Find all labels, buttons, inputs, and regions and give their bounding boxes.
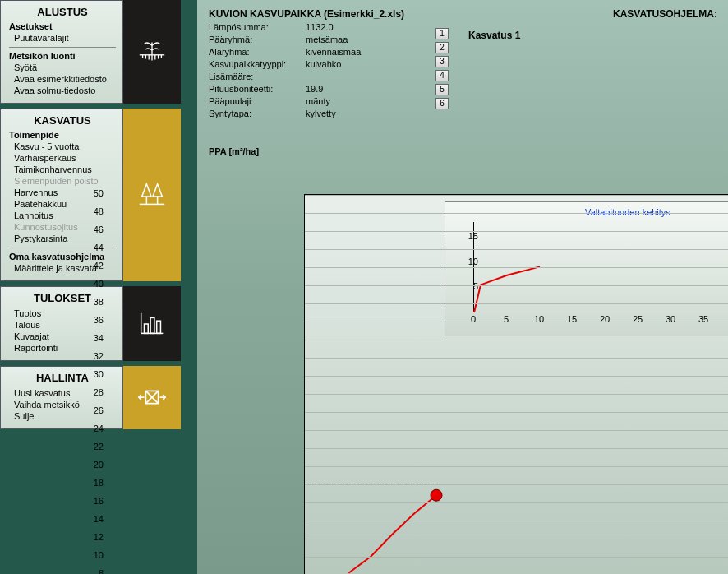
icon-strip-kasvatus [123,109,181,281]
program-btn-2[interactable]: 2 [435,42,449,53]
panel-kasvatus: KASVATUS Toimenpide Kasvu - 5 vuotta Var… [0,109,123,281]
trees-icon [136,179,168,211]
svg-point-21 [431,489,442,501]
site-val: 1132.0 [306,21,334,34]
item-avaa-esimerkki[interactable]: Avaa esimerkkitiedosto [9,73,116,85]
icon-strip-alustus [123,0,181,104]
chart-container: PPA [m²/ha] 8101214161820222426283032343… [197,146,728,574]
panel-title-kasvatus: KASVATUS [9,114,116,127]
svg-rect-15 [150,317,154,333]
inset-title: Valtapituuden kehitys [454,207,728,217]
chart-ylabel: PPA [m²/ha] [209,146,259,156]
item-puutavaralajit[interactable]: Puutavaralajit [9,32,116,44]
icon-strip-hallinta [123,366,181,429]
panel-tulokset: TULOKSET Tuotos Talous Kuvaajat Raportoi… [0,286,123,361]
program-btn-6[interactable]: 6 [435,98,449,109]
program-btn-3[interactable]: 3 [435,56,449,67]
panel-sub-asetukset: Asetukset [9,21,116,31]
item-syota[interactable]: Syötä [9,62,116,73]
item-varhaisperkaus[interactable]: Varhaisperkaus [9,152,116,164]
navigate-icon [136,382,168,414]
main-chart: Valtapituuden kehitys 51015 051015202530… [304,194,728,574]
program-title: KASVATUSOHJELMA: [613,8,717,20]
panel-hallinta: HALLINTA Uusi kasvatus Vaihda metsikkö S… [0,366,123,429]
site-key: Lämpösumma: [209,21,306,34]
panel-alustus: ALUSTUS Asetukset Puutavaralajit Metsikö… [0,0,123,104]
main-area: KUVION KASVUPAIKKA (Esimerkki_2.xls) Läm… [197,0,728,574]
program-btn-1[interactable]: 1 [435,28,449,39]
site-table: Lämpösumma:1132.0 Pääryhmä:metsämaa Alar… [209,21,718,120]
program-btn-5[interactable]: 5 [435,84,449,95]
program-active-label: Kasvatus 1 [468,30,520,41]
svg-rect-14 [145,324,149,333]
inset-chart: Valtapituuden kehitys 51015 051015202530… [445,201,728,336]
sprout-icon [136,36,168,67]
program-buttons: 1 2 3 4 5 6 [435,28,449,109]
svg-rect-16 [157,321,161,333]
item-kasvu5[interactable]: Kasvu - 5 vuotta [9,141,116,152]
panel-title-alustus: ALUSTUS [9,6,116,18]
item-siemenpuiden: Siemenpuiden poisto [9,175,116,187]
icon-strip-tulokset [123,286,181,361]
program-btn-4[interactable]: 4 [435,70,449,81]
bar-chart-icon [136,308,168,340]
panel-sub-toimenpide: Toimenpide [9,130,116,140]
panel-sub-metsikon: Metsikön luonti [9,51,116,61]
item-avaa-solmu[interactable]: Avaa solmu-tiedosto [9,85,116,96]
item-taimikonharvennus[interactable]: Taimikonharvennus [9,164,116,175]
divider [9,47,116,48]
